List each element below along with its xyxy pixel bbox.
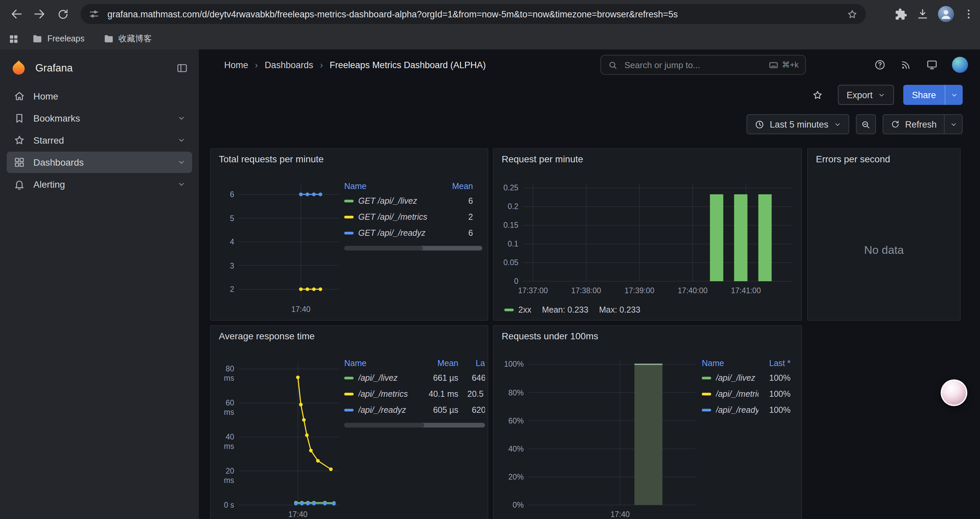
y-tick-label: 20 ms [213, 466, 234, 485]
y-tick-label: 40% [499, 444, 524, 453]
legend-row[interactable]: /api/_/metrics100% [702, 386, 796, 402]
legend-row[interactable]: /api/_/livez661 µs646 µs [344, 370, 485, 386]
browser-toolbar [0, 0, 980, 28]
chevron-down-icon[interactable] [177, 180, 185, 188]
legend-col-header[interactable]: Name [344, 182, 444, 191]
browser-profile-avatar[interactable] [938, 6, 954, 22]
share-button[interactable]: Share [903, 85, 963, 105]
y-tick-label: 3 [213, 261, 234, 270]
y-tick-label: 0.15 [499, 221, 519, 230]
breadcrumb-separator: › [320, 59, 323, 70]
news-rss-icon[interactable] [900, 59, 912, 71]
clock-icon [754, 119, 765, 129]
site-settings-icon[interactable] [89, 9, 99, 19]
sidebar-item-dashboards[interactable]: Dashboards [7, 152, 192, 173]
panel-title[interactable]: Errors per second [816, 153, 890, 164]
legend-row[interactable]: /api/_/metrics40.1 ms20.5 ms [344, 386, 485, 402]
sidebar-item-label: Home [33, 91, 58, 102]
search-box[interactable]: ⌘+k [600, 55, 806, 75]
refresh-main[interactable]: Refresh [883, 115, 944, 134]
legend-scrollbar[interactable] [344, 246, 482, 251]
avg-response-time-chart[interactable]: 80 ms60 ms40 ms20 ms0 s17:40 [213, 353, 343, 519]
series-name: 2xx [519, 305, 531, 315]
sidebar-item-alerting[interactable]: Alerting [7, 174, 192, 195]
y-tick-label: 6 [213, 190, 234, 199]
legend-row[interactable]: /api/_/readyz605 µs620 µs [344, 402, 485, 418]
share-label[interactable]: Share [903, 85, 945, 105]
sidebar-item-label: Alerting [33, 179, 65, 190]
legend-row[interactable]: /api/_/livez100% [702, 370, 796, 386]
bell-icon [13, 178, 25, 190]
back-icon[interactable] [5, 3, 28, 26]
panel-title[interactable]: Request per minute [502, 153, 583, 164]
breadcrumb-separator: › [255, 59, 258, 70]
legend-row[interactable]: GET /api/_/livez6 [344, 193, 482, 209]
browser-menu-icon[interactable] [963, 8, 975, 20]
sidebar-item-home[interactable]: Home [7, 86, 192, 107]
sidebar-item-starred[interactable]: Starred [7, 129, 192, 151]
address-bar[interactable] [81, 4, 866, 24]
chevron-down-icon[interactable] [177, 114, 185, 122]
sidebar-item-bookmarks[interactable]: Bookmarks [7, 107, 192, 129]
zoom-out-button[interactable] [856, 114, 876, 134]
folder-icon [103, 34, 114, 44]
collapse-sidebar-icon[interactable] [176, 62, 188, 74]
forward-icon[interactable] [28, 3, 51, 26]
home-icon [13, 90, 25, 102]
x-tick-label: 17:37:00 [510, 286, 556, 295]
legend-col-header[interactable]: Name [344, 359, 421, 368]
bookmark-folder-blogs[interactable]: 收藏博客 [97, 30, 158, 47]
reload-icon[interactable] [51, 3, 74, 26]
search-input[interactable] [623, 59, 763, 70]
series-name: /api/_/readyz [358, 406, 406, 415]
legend-col-header[interactable]: Last * [759, 359, 791, 368]
legend-scrollbar[interactable] [344, 423, 485, 428]
zoom-out-icon [861, 119, 870, 129]
time-range-picker[interactable]: Last 5 minutes [746, 114, 849, 134]
breadcrumb-dashboards[interactable]: Dashboards [264, 60, 313, 70]
panel-title[interactable]: Total requests per minute [219, 153, 323, 164]
assistant-avatar-button[interactable] [941, 379, 967, 406]
export-button[interactable]: Export [838, 85, 894, 105]
app-header: Home › Dashboards › Freeleaps Metrics Da… [199, 50, 980, 80]
apps-grid-icon[interactable] [8, 33, 19, 45]
panel-title[interactable]: Average response time [219, 331, 315, 341]
panel-title[interactable]: Requests under 100ms [502, 331, 598, 341]
requests-per-minute-chart[interactable]: 0.250.20.150.10.05017:37:0017:38:0017:39… [499, 176, 797, 299]
brand-title: Grafana [35, 62, 167, 74]
url-input[interactable] [106, 8, 840, 20]
chevron-down-icon[interactable] [177, 158, 185, 166]
favorite-star-icon[interactable] [807, 84, 829, 105]
requests-under-100ms-chart[interactable]: 100%80%60%40%20%0%17:40 [499, 353, 700, 519]
chevron-down-icon[interactable] [177, 136, 185, 144]
legend-col-header[interactable]: Mean [421, 359, 458, 368]
refresh-icon [890, 120, 900, 129]
grafana-logo[interactable] [11, 59, 27, 77]
bookmark-star-icon[interactable] [846, 8, 858, 20]
star-icon [13, 134, 25, 146]
breadcrumb-current: Freeleaps Metrics Dashboard (ALPHA) [329, 60, 486, 70]
monitor-icon[interactable] [926, 59, 938, 71]
breadcrumb-home[interactable]: Home [224, 60, 248, 70]
y-tick-label: 20% [499, 472, 524, 482]
legend-col-header[interactable]: Mean [444, 182, 473, 191]
legend-row[interactable]: GET /api/_/readyz6 [344, 225, 482, 241]
y-tick-label: 0.25 [499, 184, 519, 193]
legend-col-header[interactable]: Last * [458, 359, 485, 368]
share-menu-caret[interactable] [945, 85, 963, 105]
bookmark-folder-freeleaps[interactable]: Freeleaps [26, 31, 91, 47]
downloads-icon[interactable] [916, 7, 929, 21]
user-avatar[interactable] [952, 57, 968, 73]
legend-row[interactable]: GET /api/_/metrics2 [344, 209, 482, 225]
total-requests-chart[interactable]: 6543217:40 [213, 176, 343, 317]
legend-col-header[interactable]: Name [702, 359, 759, 368]
extensions-icon[interactable] [895, 8, 907, 21]
series-value: 605 µs [421, 406, 458, 415]
refresh-interval-caret[interactable] [944, 115, 962, 134]
help-icon[interactable] [874, 59, 886, 71]
x-tick-label: 17:41:00 [723, 286, 768, 295]
sidebar-item-label: Bookmarks [33, 113, 80, 124]
legend-row[interactable]: /api/_/readyz100% [702, 402, 796, 418]
time-range-label: Last 5 minutes [770, 119, 829, 129]
legend-inline[interactable]: 2xx Mean: 0.233 Max: 0.233 [504, 305, 640, 315]
